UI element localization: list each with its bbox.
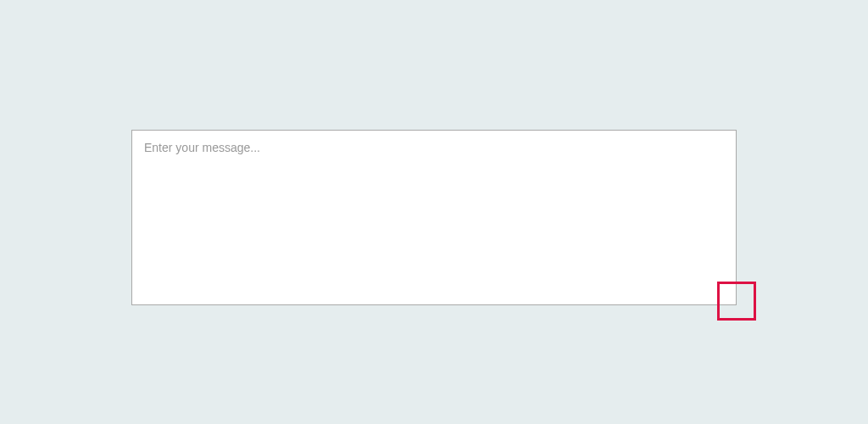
message-input[interactable]	[131, 130, 737, 305]
message-container	[131, 130, 737, 305]
